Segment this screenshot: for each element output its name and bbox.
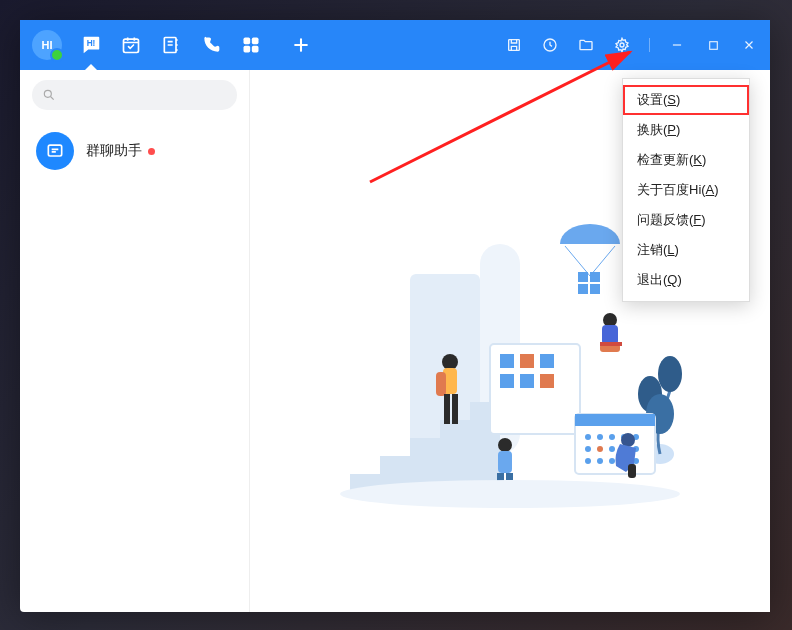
maximize-button[interactable] [704, 36, 722, 54]
sidebar: 群聊助手 [20, 70, 250, 612]
chat-list-item[interactable]: 群聊助手 [20, 120, 249, 182]
phone-tab-icon[interactable] [200, 34, 222, 56]
svg-rect-55 [600, 342, 622, 346]
titlebar-divider [649, 38, 650, 52]
titlebar: HI H! [20, 20, 770, 70]
svg-point-17 [658, 356, 682, 392]
menu-item-skin[interactable]: 换肤(P) [623, 115, 749, 145]
svg-point-40 [609, 458, 615, 464]
menu-item-about[interactable]: 关于百度Hi(A) [623, 175, 749, 205]
svg-point-39 [597, 458, 603, 464]
svg-point-34 [597, 446, 603, 452]
svg-rect-3 [244, 38, 251, 45]
unread-dot-icon [148, 148, 155, 155]
menu-item-logout[interactable]: 注销(L) [623, 235, 749, 265]
svg-point-38 [585, 458, 591, 464]
svg-rect-45 [578, 284, 588, 294]
svg-rect-51 [452, 394, 458, 424]
contacts-tab-icon[interactable] [160, 34, 182, 56]
svg-rect-44 [590, 272, 600, 282]
svg-rect-24 [520, 374, 534, 388]
calendar-tab-icon[interactable] [120, 34, 142, 56]
svg-rect-1 [124, 39, 139, 52]
app-window: HI H! [20, 20, 770, 612]
svg-rect-7 [509, 40, 520, 51]
svg-rect-12 [48, 145, 61, 156]
svg-point-33 [585, 446, 591, 452]
gear-icon[interactable] [613, 36, 631, 54]
svg-rect-43 [578, 272, 588, 282]
svg-rect-27 [575, 414, 655, 426]
apps-tab-icon[interactable] [240, 34, 262, 56]
svg-rect-50 [444, 394, 450, 424]
svg-rect-46 [590, 284, 600, 294]
svg-rect-6 [252, 46, 259, 53]
svg-rect-25 [540, 374, 554, 388]
svg-rect-57 [628, 464, 636, 478]
svg-rect-5 [244, 46, 251, 53]
folder-icon[interactable] [577, 36, 595, 54]
svg-point-9 [620, 43, 624, 47]
svg-point-11 [44, 90, 51, 97]
svg-point-28 [585, 434, 591, 440]
search-wrap [20, 70, 249, 120]
menu-item-update[interactable]: 检查更新(K) [623, 145, 749, 175]
chat-name-text: 群聊助手 [86, 142, 142, 160]
svg-point-30 [609, 434, 615, 440]
svg-point-47 [442, 354, 458, 370]
svg-rect-21 [520, 354, 534, 368]
svg-rect-20 [500, 354, 514, 368]
menu-item-feedback[interactable]: 问题反馈(F) [623, 205, 749, 235]
svg-point-35 [609, 446, 615, 452]
history-icon[interactable] [541, 36, 559, 54]
save-icon[interactable] [505, 36, 523, 54]
settings-menu: 设置(S) 换肤(P) 检查更新(K) 关于百度Hi(A) 问题反馈(F) 注销… [622, 78, 750, 302]
chat-name: 群聊助手 [86, 142, 155, 160]
svg-rect-4 [252, 38, 259, 45]
svg-rect-10 [709, 41, 717, 49]
svg-point-52 [603, 313, 617, 327]
menu-item-settings[interactable]: 设置(S) [623, 85, 749, 115]
chat-tab-icon[interactable]: H! [80, 34, 102, 56]
svg-point-58 [498, 438, 512, 452]
search-input[interactable] [32, 80, 237, 110]
close-button[interactable] [740, 36, 758, 54]
minimize-button[interactable] [668, 36, 686, 54]
search-icon [42, 88, 56, 102]
chat-avatar-icon [36, 132, 74, 170]
svg-rect-59 [498, 451, 512, 473]
svg-point-29 [597, 434, 603, 440]
svg-rect-49 [436, 372, 446, 396]
menu-item-exit[interactable]: 退出(Q) [623, 265, 749, 295]
avatar[interactable]: HI [32, 30, 62, 60]
svg-rect-22 [540, 354, 554, 368]
svg-text:H!: H! [87, 39, 96, 48]
svg-point-62 [340, 480, 680, 508]
svg-rect-23 [500, 374, 514, 388]
add-tab-icon[interactable] [290, 34, 312, 56]
